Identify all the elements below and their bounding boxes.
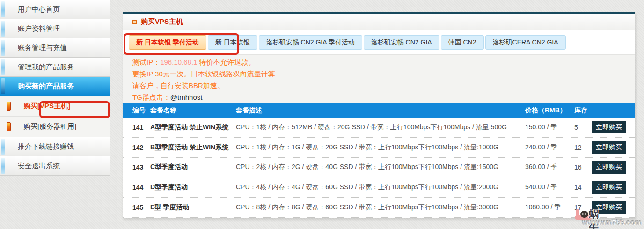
plan-id: 142 — [123, 144, 150, 151]
sidebar-subitem-label: 购买[服务器租用] — [23, 122, 76, 131]
sidebar-item-billing-recharge[interactable]: 账务管理与充值 — [0, 38, 110, 58]
tab-la-anchnet-cn2gia-quarterly[interactable]: 洛杉矶安畅 CN2 GIA 季付活动 — [259, 35, 362, 50]
table-row-141: 141 A型季度活动 禁止WIN系统 CPU：1核 / 内存：512MB / 硬… — [123, 118, 635, 138]
notice-line-bbr: 请客户，自行安装BBR加速。 — [132, 80, 635, 91]
plan-id: 141 — [123, 124, 150, 131]
tg-handle-link[interactable]: @tmhhost — [170, 93, 203, 101]
panel-header: 购买VPS主机 — [123, 14, 635, 30]
plans-table-header: 编号 套餐名称 套餐描述 价格（RMB） 库存 — [123, 103, 635, 118]
plan-stock: 5 — [574, 124, 592, 131]
sidebar-item-label: 用户中心首页 — [18, 5, 60, 14]
orange-flag-icon — [7, 102, 11, 111]
notice-block: 测试IP：196.10.68.1 特价不允许退款。 更换IP 30元一次。日本软… — [123, 55, 635, 103]
buy-now-button[interactable]: 立即购买 — [592, 181, 626, 194]
item-accent-bar — [1, 139, 5, 155]
plan-price: 240.00 / 季 — [525, 143, 574, 152]
tab-jp-softbank-quarterly[interactable]: 新 日本软银 季付活动 — [129, 35, 206, 50]
sidebar-item-manage-products[interactable]: 管理我的产品服务 — [0, 58, 110, 77]
plan-name: C型季度活动 — [150, 163, 236, 171]
plan-tabs: 新 日本软银 季付活动 新 日本软银 洛杉矶安畅 CN2 GIA 季付活动 洛杉… — [123, 30, 635, 55]
notice-text: 特价不允许退款。 — [197, 58, 255, 66]
header-stock: 库存 — [574, 106, 592, 115]
buy-now-button[interactable]: 立即购买 — [592, 201, 626, 214]
plan-price: 360.00 / 季 — [525, 163, 574, 171]
buy-now-button[interactable]: 立即购买 — [592, 121, 626, 133]
header-desc: 套餐描述 — [236, 106, 525, 115]
tab-la-cera-cn2gia[interactable]: 洛杉矶CERA CN2 GIA — [485, 35, 566, 50]
item-accent-bar — [1, 78, 5, 94]
item-accent-bar — [1, 158, 5, 174]
plan-desc: CPU：8核 / 内存：8G / 硬盘：60G SSD / 带宽：上行100Mb… — [236, 203, 525, 212]
plan-name: B型季度活动 禁止WIN系统 — [150, 143, 236, 152]
buy-now-button[interactable]: 立即购买 — [592, 141, 626, 154]
tab-jp-softbank[interactable]: 新 日本软银 — [208, 35, 257, 50]
sidebar-item-buy-new-products[interactable]: 购买新的产品服务 — [0, 77, 110, 96]
sidebar-subitem-label: 购买[VPS主机] — [23, 102, 70, 111]
item-accent-bar — [1, 21, 5, 37]
sidebar-item-label: 管理我的产品服务 — [18, 63, 74, 72]
plan-id: 145 — [123, 204, 150, 211]
plan-stock: 12 — [574, 144, 592, 151]
buy-now-button[interactable]: 立即购买 — [592, 161, 626, 174]
plan-name: E型 季度活动 — [150, 203, 236, 212]
table-row-145: 145 E型 季度活动 CPU：8核 / 内存：8G / 硬盘：60G SSD … — [123, 198, 635, 218]
tab-korea-cn2[interactable]: 韩国 CN2 — [441, 35, 484, 50]
plan-stock: 14 — [574, 184, 592, 191]
watermark-url: www.wn789.com — [582, 218, 642, 227]
sidebar-item-label: 账户资料管理 — [18, 24, 60, 33]
sidebar-item-label: 购买新的产品服务 — [18, 82, 74, 91]
sidebar: 用户中心首页 账户资料管理 账务管理与充值 管理我的产品服务 购买新的产品服务 … — [0, 0, 110, 176]
sidebar-item-referral-links[interactable]: 推介下线链接赚钱 — [0, 137, 110, 156]
notice-line-test-ip: 测试IP：196.10.68.1 特价不允许退款。 — [132, 56, 635, 68]
sidebar-item-user-center-home[interactable]: 用户中心首页 — [0, 0, 110, 19]
item-accent-bar — [1, 1, 5, 17]
sidebar-item-account-profile[interactable]: 账户资料管理 — [0, 19, 110, 38]
table-row-144: 144 D型季度活动 CPU：4核 / 内存：4G / 硬盘：60G SSD /… — [123, 177, 635, 198]
orange-flag-icon — [7, 122, 11, 131]
plan-desc: CPU：2核 / 内存：2G / 硬盘：40G SSD / 带宽：上行100Mb… — [236, 163, 525, 171]
item-accent-bar — [1, 40, 5, 56]
sidebar-subitem-buy-server-rental[interactable]: 购买[服务器租用] — [0, 117, 110, 137]
notice-text: TG群点击： — [132, 93, 170, 101]
square-bullet-icon — [132, 20, 137, 24]
sidebar-item-label: 安全退出系统 — [18, 162, 60, 170]
plan-price: 1080.00 / 季 — [525, 203, 574, 212]
notice-text: 测试IP： — [132, 58, 160, 66]
tab-la-anchnet-cn2gia[interactable]: 洛杉矶安畅 CN2 GIA — [364, 35, 439, 50]
plan-price: 540.00 / 季 — [525, 183, 574, 192]
header-id: 编号 — [123, 106, 150, 115]
plan-id: 143 — [123, 163, 150, 171]
plan-name: D型季度活动 — [150, 183, 236, 192]
sidebar-item-logout[interactable]: 安全退出系统 — [0, 156, 110, 176]
main-panel: 购买VPS主机 新 日本软银 季付活动 新 日本软银 洛杉矶安畅 CN2 GIA… — [123, 12, 635, 218]
header-name: 套餐名称 — [150, 106, 236, 115]
plan-name: A型季度活动 禁止WIN系统 — [150, 123, 236, 132]
sidebar-subitem-buy-vps[interactable]: 购买[VPS主机] — [0, 96, 110, 117]
item-accent-bar — [1, 59, 5, 75]
plan-id: 144 — [123, 184, 150, 191]
notice-line-ip-change: 更换IP 30元一次。日本软银线路双向流量计算 — [132, 68, 635, 80]
table-row-142: 142 B型季度活动 禁止WIN系统 CPU：1核 / 内存：1G / 硬盘：2… — [123, 138, 635, 158]
notice-line-tg-group: TG群点击：@tmhhost — [132, 91, 635, 103]
plan-stock: 16 — [574, 163, 592, 171]
header-price: 价格（RMB） — [525, 106, 574, 115]
plan-desc: CPU：4核 / 内存：4G / 硬盘：60G SSD / 带宽：上行100Mb… — [236, 183, 525, 192]
sidebar-item-label: 推介下线链接赚钱 — [18, 142, 74, 151]
sidebar-item-label: 账务管理与充值 — [18, 44, 67, 52]
plan-desc: CPU：1核 / 内存：512MB / 硬盘：20G SSD / 带宽：上行10… — [236, 123, 525, 132]
plan-desc: CPU：1核 / 内存：1G / 硬盘：20G SSD / 带宽：上行100Mb… — [236, 143, 525, 152]
test-ip-value: 196.10.68.1 — [160, 58, 197, 66]
page-title: 购买VPS主机 — [141, 17, 183, 26]
plan-price: 150.00 / 季 — [525, 123, 574, 132]
plan-stock: 17 — [574, 204, 592, 211]
table-row-143: 143 C型季度活动 CPU：2核 / 内存：2G / 硬盘：40G SSD /… — [123, 158, 635, 178]
